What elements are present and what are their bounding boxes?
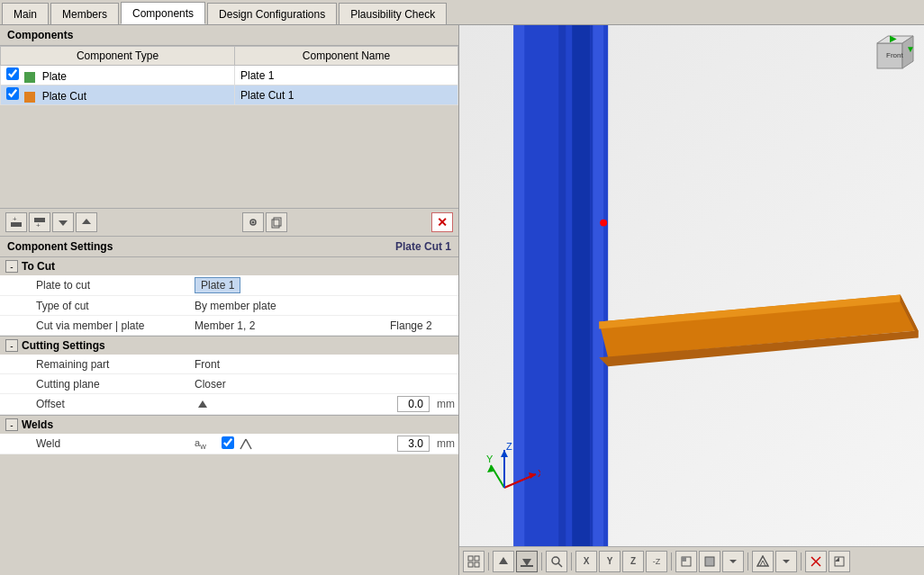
vp-divider-5 bbox=[747, 553, 748, 571]
table-row[interactable]: Plate Cut Plate Cut 1 bbox=[1, 85, 458, 105]
vp-btn-dropdown[interactable] bbox=[722, 551, 744, 572]
vp-divider-6 bbox=[801, 553, 802, 571]
section-cutting-rows: Remaining part Front Cutting plane Close… bbox=[0, 355, 458, 415]
cube-navigator[interactable]: Front ▶ ▼ bbox=[870, 32, 917, 79]
row-offset[interactable]: Offset 0.0 mm bbox=[0, 394, 458, 415]
toolbar-btn-move-up[interactable] bbox=[76, 212, 97, 232]
tab-members[interactable]: Members bbox=[50, 3, 119, 24]
components-section-header: Components bbox=[0, 25, 458, 46]
section-to-cut-rows: Plate to cut Plate 1 Type of cut By memb… bbox=[0, 275, 458, 336]
components-toolbar: + + ✕ bbox=[0, 208, 458, 236]
offset-value: 0.0 bbox=[397, 396, 430, 412]
vp-btn-view-x[interactable]: X bbox=[575, 551, 597, 572]
row1-checkbox[interactable] bbox=[6, 67, 19, 80]
weld-checkbox[interactable] bbox=[222, 436, 234, 449]
vp-btn-render-mode[interactable] bbox=[675, 551, 697, 572]
toolbar-btn-settings[interactable] bbox=[242, 212, 264, 232]
vp-btn-view-down[interactable] bbox=[516, 551, 538, 572]
svg-marker-32 bbox=[522, 559, 531, 566]
section-cutting-toggle[interactable]: - bbox=[5, 339, 18, 352]
row-plate-to-cut[interactable]: Plate to cut Plate 1 bbox=[0, 275, 458, 296]
left-panel: Components Component Type Component Name bbox=[0, 25, 459, 575]
vp-btn-perspective[interactable] bbox=[752, 551, 774, 572]
row-cutting-plane[interactable]: Cutting plane Closer bbox=[0, 374, 458, 394]
svg-marker-43 bbox=[783, 560, 790, 563]
components-table-wrapper: Component Type Component Name Plate Plat… bbox=[0, 46, 458, 208]
label-offset: Offset bbox=[32, 398, 195, 410]
vp-btn-view-z[interactable]: Z bbox=[622, 551, 644, 572]
toolbar-btn-delete[interactable]: ✕ bbox=[431, 212, 453, 232]
label-type-of-cut: Type of cut bbox=[32, 300, 195, 312]
row-weld[interactable]: Weld aw bbox=[0, 434, 458, 454]
tab-components[interactable]: Components bbox=[121, 2, 205, 24]
weld-value: 3.0 bbox=[397, 436, 430, 452]
svg-line-15 bbox=[491, 465, 504, 488]
vp-btn-render-mode2[interactable] bbox=[699, 551, 720, 572]
section-to-cut-header[interactable]: - To Cut bbox=[0, 257, 458, 275]
viewport-toolbar: X Y Z -Z bbox=[459, 546, 924, 575]
svg-rect-29 bbox=[468, 562, 473, 567]
svg-rect-9 bbox=[274, 218, 281, 226]
vp-divider-2 bbox=[541, 553, 542, 571]
vp-btn-view-neg-z[interactable]: -Z bbox=[646, 551, 667, 572]
svg-rect-30 bbox=[475, 562, 479, 567]
main-layout: Components Component Type Component Name bbox=[0, 25, 924, 575]
center-marker bbox=[600, 220, 607, 227]
toolbar-btn-copy[interactable] bbox=[266, 212, 287, 232]
section-cutting-settings-header[interactable]: - Cutting Settings bbox=[0, 337, 458, 355]
settings-header: Component Settings Plate Cut 1 bbox=[0, 236, 458, 257]
label-remaining-part: Remaining part bbox=[32, 358, 195, 371]
toolbar-btn-move-down[interactable] bbox=[52, 212, 74, 232]
label-cutting-plane: Cutting plane bbox=[32, 378, 195, 391]
svg-marker-31 bbox=[499, 557, 508, 564]
row2-type: Plate Cut bbox=[42, 90, 86, 103]
vp-btn-view-y[interactable]: Y bbox=[599, 551, 621, 572]
section-welds-label: Welds bbox=[22, 418, 53, 431]
section-to-cut-toggle[interactable]: - bbox=[5, 260, 18, 273]
row-cut-via-member[interactable]: Cut via member | plate Member 1, 2 Flang… bbox=[0, 316, 458, 336]
value-plate-to-cut: Plate 1 bbox=[195, 277, 455, 293]
settings-subtitle: Plate Cut 1 bbox=[395, 240, 451, 253]
value-remaining-part: Front bbox=[195, 358, 455, 371]
svg-line-11 bbox=[246, 439, 251, 449]
tabs-bar: Main Members Components Design Configura… bbox=[0, 0, 924, 25]
svg-rect-37 bbox=[682, 557, 686, 562]
row2-color bbox=[24, 92, 35, 103]
tab-design-configurations[interactable]: Design Configurations bbox=[207, 3, 337, 24]
svg-text:+: + bbox=[13, 216, 17, 223]
web-line bbox=[558, 25, 566, 546]
weld-unit: mm bbox=[437, 437, 455, 450]
vp-btn-view-up[interactable] bbox=[493, 551, 514, 572]
viewport: X Y Z Fro bbox=[459, 25, 924, 575]
svg-text:▶: ▶ bbox=[890, 33, 897, 43]
row-type-of-cut[interactable]: Type of cut By member plate bbox=[0, 296, 458, 316]
weld-symbol bbox=[240, 437, 258, 450]
svg-marker-4 bbox=[59, 220, 68, 226]
toolbar-btn-add-upper[interactable]: + bbox=[29, 212, 50, 232]
svg-text:▼: ▼ bbox=[906, 44, 915, 54]
svg-text:Front: Front bbox=[886, 51, 903, 59]
weld-value-group: 3.0 mm bbox=[258, 436, 455, 452]
components-table: Component Type Component Name Plate Plat… bbox=[0, 46, 458, 105]
svg-marker-47 bbox=[835, 557, 839, 562]
vp-btn-close-view[interactable] bbox=[805, 551, 827, 572]
viewport-3d[interactable]: X Y Z Fro bbox=[459, 25, 924, 546]
section-welds-header[interactable]: - Welds bbox=[0, 416, 458, 434]
weld-checkbox-container[interactable] bbox=[222, 436, 240, 452]
vp-btn-grid[interactable] bbox=[463, 551, 485, 572]
vp-btn-expand[interactable] bbox=[829, 551, 850, 572]
offset-value-group: 0.0 mm bbox=[213, 396, 455, 412]
row2-name: Plate Cut 1 bbox=[235, 85, 458, 105]
section-welds-rows: Weld aw bbox=[0, 434, 458, 454]
row-remaining-part[interactable]: Remaining part Front bbox=[0, 355, 458, 374]
svg-text:Y: Y bbox=[486, 454, 494, 464]
vp-btn-perspective-dropdown[interactable] bbox=[775, 551, 797, 572]
vp-btn-zoom-extents[interactable] bbox=[546, 551, 567, 572]
row2-checkbox[interactable] bbox=[6, 87, 19, 100]
toolbar-btn-add-lower[interactable]: + bbox=[5, 212, 27, 232]
section-welds-toggle[interactable]: - bbox=[5, 418, 18, 431]
tab-main[interactable]: Main bbox=[2, 3, 49, 24]
table-row[interactable]: Plate Plate 1 bbox=[1, 66, 458, 85]
section-to-cut-label: To Cut bbox=[22, 260, 55, 273]
tab-plausibility-check[interactable]: Plausibility Check bbox=[339, 3, 447, 24]
